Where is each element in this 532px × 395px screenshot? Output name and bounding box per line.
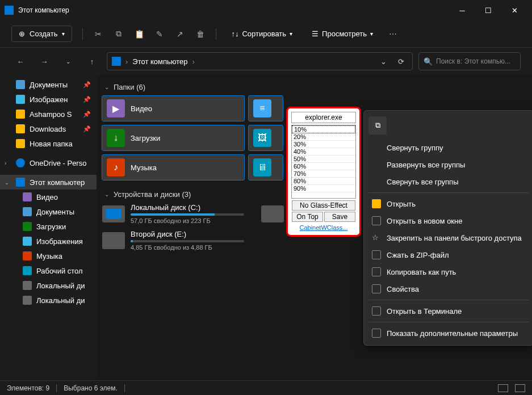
ctx-label: Закрепить на панели быстрого доступа	[387, 234, 522, 242]
new-button[interactable]: ⊕ Создать ▾	[11, 26, 72, 42]
sidebar-item-downloads[interactable]: Downloads📌	[0, 121, 97, 136]
ctx-copy-icon[interactable]: ⧉	[368, 116, 387, 135]
ctx-copy-as-path[interactable]: Копировать как путь	[364, 263, 532, 280]
sidebar-item-newfolder[interactable]: Новая папка	[0, 136, 97, 151]
ctx-properties[interactable]: Свойства	[364, 280, 532, 297]
details-view-button[interactable]	[498, 384, 508, 392]
opacity-option[interactable]: 60%	[292, 163, 355, 170]
video-icon: ▶	[107, 99, 125, 117]
opacity-option[interactable]: 50%	[292, 156, 355, 163]
chevron-right-icon: ›	[125, 57, 128, 66]
breadcrumb[interactable]: Этот компьютер	[132, 57, 187, 66]
pc-icon	[5, 6, 14, 15]
ctx-open[interactable]: Открыть	[364, 195, 532, 212]
sidebar-item-desktop[interactable]: Рабочий стол	[0, 263, 97, 278]
refresh-icon[interactable]: ⟳	[395, 57, 408, 66]
opacity-option[interactable]: 90%	[292, 185, 355, 192]
folder-music[interactable]: ♪Музыка	[102, 155, 244, 180]
sidebar-item-label: Downloads	[30, 125, 66, 133]
ctx-expand-all[interactable]: Развернуть все группы	[364, 156, 532, 173]
sidebar-item-onedrive[interactable]: ›OneDrive - Perso	[0, 156, 97, 170]
sort-button[interactable]: ↑↓ Сортировать ▾	[227, 27, 297, 40]
sidebar-item-downloads[interactable]: Загрузки	[0, 219, 97, 234]
ctx-pin-quick-access[interactable]: ☆Закрепить на панели быстрого доступа	[364, 229, 532, 246]
chevron-down-icon: ⌄	[104, 191, 109, 198]
opacity-option[interactable]: 10%	[292, 125, 355, 133]
folder-icon	[16, 110, 25, 119]
rename-icon[interactable]: ✎	[154, 29, 165, 39]
ctx-collapse-all[interactable]: Свернуть все группы	[364, 173, 532, 190]
ctx-collapse-group[interactable]: Свернуть группу	[364, 139, 532, 156]
ctx-label: Сжать в ZIP-файл	[387, 251, 449, 259]
up-button[interactable]: ↑	[83, 52, 101, 70]
status-items-count: Элементов: 9	[7, 384, 49, 392]
plus-icon: ⊕	[19, 30, 25, 38]
chevron-down-icon[interactable]: ⌄	[377, 57, 390, 66]
recent-button[interactable]: ⌄	[59, 52, 77, 70]
sidebar-item-music[interactable]: Музыка	[0, 249, 97, 263]
sidebar-item-thispc[interactable]: ⌄Этот компьютер	[0, 175, 97, 190]
sidebar-item-label: Документы	[30, 81, 68, 89]
cut-icon[interactable]: ✂	[93, 29, 103, 39]
pin-icon: 📌	[83, 96, 91, 103]
sidebar-item-images[interactable]: Изображен📌	[0, 92, 97, 107]
drive-d[interactable]	[261, 203, 284, 224]
maximize-button[interactable]: ☐	[475, 0, 501, 20]
folder-video[interactable]: ▶Видео	[102, 96, 244, 121]
opacity-option[interactable]: 80%	[292, 178, 355, 185]
opacity-option[interactable]: 30%	[292, 141, 355, 148]
separator	[368, 322, 529, 322]
search-input[interactable]: 🔍 Поиск в: Этот компью...	[418, 52, 521, 70]
folder-label: Музыка	[131, 163, 157, 172]
more-icon[interactable]: ⋯	[388, 29, 398, 39]
opacity-option[interactable]: 70%	[292, 170, 355, 178]
minimize-button[interactable]: ─	[449, 0, 475, 20]
folder-documents[interactable]: ≡	[249, 96, 283, 121]
sort-label: Сортировать	[242, 30, 286, 38]
folder-desktop[interactable]: 🖥	[249, 155, 283, 180]
document-icon: ≡	[253, 99, 271, 117]
opacity-option[interactable]: 40%	[292, 148, 355, 156]
window-class-link[interactable]: CabinetWClass...	[300, 224, 348, 231]
opacity-option[interactable]: 20%	[292, 133, 355, 141]
sidebar-item-documents[interactable]: Документы📌	[0, 77, 97, 92]
sidebar-item-label: OneDrive - Perso	[30, 159, 86, 167]
document-icon	[23, 207, 32, 216]
target-process-input[interactable]	[291, 112, 356, 123]
forward-button[interactable]: →	[35, 52, 53, 70]
folder-images[interactable]: 🖼	[249, 125, 283, 150]
on-top-button[interactable]: On Top	[292, 212, 323, 222]
sort-icon: ↑↓	[231, 30, 238, 38]
sidebar-item-ashampoo[interactable]: Ashampoo S📌	[0, 107, 97, 121]
folders-group-header[interactable]: ⌄ Папки (6)	[102, 78, 526, 96]
address-bar[interactable]: › Этот компьютер › ⌄ ⟳	[107, 52, 413, 70]
copy-icon[interactable]: ⧉	[114, 29, 124, 39]
separator	[82, 28, 83, 40]
close-button[interactable]: ✕	[501, 0, 527, 20]
save-button[interactable]: Save	[324, 212, 355, 222]
blank-icon	[372, 160, 381, 169]
opacity-list[interactable]: 10% 20% 30% 40% 50% 60% 70% 80% 90%	[291, 125, 356, 199]
pin-icon: 📌	[83, 111, 91, 118]
back-button[interactable]: ←	[11, 52, 30, 70]
share-icon[interactable]: ↗	[175, 29, 185, 39]
paste-icon[interactable]: 📋	[134, 29, 144, 39]
sidebar-item-localdisk[interactable]: Локальный ди	[0, 278, 97, 293]
view-button[interactable]: ☰ Просмотреть ▾	[307, 27, 378, 40]
chevron-down-icon: ▾	[62, 31, 65, 37]
no-glass-button[interactable]: No Glass-Effect	[292, 200, 355, 211]
drive-icon	[261, 205, 284, 222]
ctx-open-new-window[interactable]: Открыть в новом окне	[364, 212, 532, 229]
drive-e[interactable]: Второй диск (E:) 4,85 ГБ свободно из 4,8…	[102, 230, 244, 251]
tiles-view-button[interactable]	[515, 384, 525, 392]
sidebar-item-images[interactable]: Изображения	[0, 234, 97, 249]
sidebar-item-documents[interactable]: Документы	[0, 204, 97, 219]
ctx-compress-zip[interactable]: Сжать в ZIP-файл	[364, 246, 532, 263]
ctx-open-terminal[interactable]: Открыть в Терминале	[364, 302, 532, 320]
ctx-show-more-options[interactable]: Показать дополнительные параметры	[364, 325, 532, 342]
delete-icon[interactable]: 🗑	[195, 29, 206, 39]
folder-downloads[interactable]: ↓Загрузки	[102, 125, 244, 150]
sidebar-item-video[interactable]: Видео	[0, 190, 97, 204]
sidebar-item-localdisk[interactable]: Локальный ди	[0, 293, 97, 308]
drive-c[interactable]: Локальный диск (C:) 57,0 ГБ свободно из …	[102, 203, 244, 224]
